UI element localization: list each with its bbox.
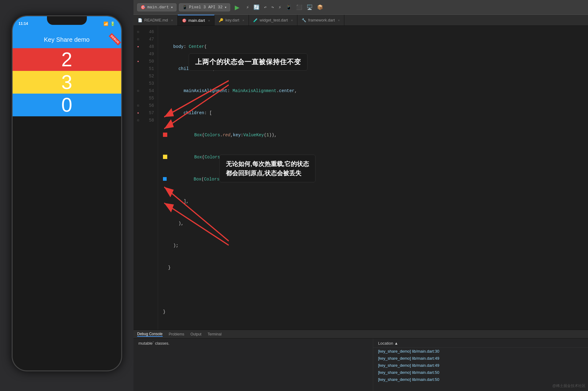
phone-content: 2 3 0 <box>13 48 121 116</box>
screen-icon[interactable]: 🖥️ <box>307 4 313 10</box>
main-dart-tab-close[interactable]: × <box>208 19 210 22</box>
editor-gutter: ⊡ ⊡ ● ● ⊡ ⊡ ● ⊡ <box>133 26 143 330</box>
location-row-2: [key_share_demo] lib/main.dart:49 <box>373 362 588 369</box>
framework-tab-icon: 🔧 <box>302 18 306 22</box>
bottom-tab-terminal[interactable]: Terminal <box>207 332 221 336</box>
dart-file-icon: 🎯 <box>141 5 145 10</box>
code-line-56: } <box>163 264 588 271</box>
location-row-0: [key_share_demo] lib/main.dart:30 <box>373 348 588 355</box>
hot-reload-icon[interactable]: ⚡ <box>246 4 249 10</box>
box-yellow: 3 <box>13 71 121 94</box>
phone-frame: 11:14 📶 🔋 Key Share demo 2 3 0 DEBUG <box>12 15 122 371</box>
tab-readme[interactable]: 📄 README.md × <box>133 15 178 25</box>
code-line-50: Box(Colors.red,key:ValueKey(1)), <box>163 131 588 139</box>
code-line-57 <box>163 286 588 293</box>
readme-tab-close[interactable]: × <box>171 18 173 22</box>
bottom-tab-debug[interactable]: Debug Console <box>137 332 163 337</box>
key-dart-tab-close[interactable]: × <box>242 18 244 22</box>
phone-notch <box>47 16 87 25</box>
toolbar-left: 🎯 main.dart ▾ 📱 Pixel 3 API 32 ▾ ▶ ⚡ 🔄 ↶… <box>137 3 323 12</box>
location-row-4: [key_share_demo] lib/main.dart:50 <box>373 376 588 383</box>
line-numbers: 46 47 48 49 50 51 52 53 54 55 56 57 58 <box>143 26 158 330</box>
code-line-54: ), <box>163 220 588 227</box>
box-blue: 0 <box>13 94 121 116</box>
app-title: Key Share demo <box>44 36 90 43</box>
phone-status-icons: 📶 🔋 <box>103 21 115 26</box>
code-line-53: ], <box>163 198 588 205</box>
tab-main-dart[interactable]: 🎯 main.dart × <box>178 15 215 25</box>
location-row-1: [key_share_demo] lib/main.dart:49 <box>373 355 588 362</box>
code-line-46: body: Center( <box>163 43 588 50</box>
dropdown-icon: ▾ <box>171 5 173 10</box>
location-header: Location ▲ <box>373 341 588 348</box>
watermark: @稀土掘金技术社区 <box>552 383 586 389</box>
readme-tab-icon: 📄 <box>138 18 142 22</box>
main-dart-tab-icon: 🎯 <box>182 18 187 23</box>
tab-widget-test[interactable]: 🧪 widget_test.dart × <box>249 15 297 25</box>
stop-icon[interactable]: ⬛ <box>296 4 302 10</box>
code-editor-area: ⊡ ⊡ ● ● ⊡ ⊡ ● ⊡ 46 47 48 49 50 <box>133 26 588 330</box>
editor-tabs: 📄 README.md × 🎯 main.dart × 🔑 key.dart ×… <box>133 15 588 26</box>
undo-icon[interactable]: ↶ <box>264 4 267 10</box>
device-dropdown-icon: ▾ <box>224 5 227 10</box>
device-icon: 📱 <box>182 5 187 10</box>
bottom-content: mutable` classes. Location ▲ [key_share_… <box>133 339 588 391</box>
code-line-58: } <box>163 308 588 316</box>
redo-icon[interactable]: ↷ <box>271 4 274 10</box>
device-selector[interactable]: 📱 Pixel 3 API 32 ▾ <box>179 3 230 11</box>
tab-key-dart[interactable]: 🔑 key.dart × <box>215 15 249 25</box>
phone-time: 11:14 <box>19 21 28 26</box>
bottom-tab-problems[interactable]: Problems <box>169 332 184 336</box>
key-dart-tab-icon: 🔑 <box>219 18 223 22</box>
bottom-panel-header: Debug Console Problems Output Terminal <box>133 330 588 339</box>
phone-icon[interactable]: 📱 <box>286 4 292 10</box>
bottom-left-text: mutable` classes. <box>133 339 373 391</box>
wifi-icon: 📶 <box>103 21 108 26</box>
bottom-panel: Debug Console Problems Output Terminal m… <box>133 330 588 391</box>
framework-tab-close[interactable]: × <box>338 18 340 22</box>
run-button[interactable]: ▶ <box>233 3 241 12</box>
phone-simulator-panel: 11:14 📶 🔋 Key Share demo 2 3 0 DEBUG <box>0 0 133 391</box>
flash-icon[interactable]: ⚡ <box>278 4 281 10</box>
battery-icon: 🔋 <box>110 21 115 26</box>
code-line-55: ); <box>163 242 588 249</box>
code-editor-panel: 🎯 main.dart ▾ 📱 Pixel 3 API 32 ▾ ▶ ⚡ 🔄 ↶… <box>133 0 588 391</box>
editor-toolbar: 🎯 main.dart ▾ 📱 Pixel 3 API 32 ▾ ▶ ⚡ 🔄 ↶… <box>133 0 588 15</box>
file-selector[interactable]: 🎯 main.dart ▾ <box>137 3 176 11</box>
code-line-48: mainAxisAlignment: MainAxisAlignment.cen… <box>163 87 588 95</box>
toolbar-icons: ⚡ 🔄 ↶ ↷ ⚡ 📱 ⬛ 🖥️ 📦 <box>246 4 323 10</box>
phone-app-bar: Key Share demo <box>13 31 121 48</box>
widget-test-tab-close[interactable]: × <box>291 18 293 22</box>
cube-icon[interactable]: 📦 <box>317 4 323 10</box>
hot-restart-icon[interactable]: 🔄 <box>253 4 260 10</box>
annotation-bottom: 无论如何,每次热重载,它的状态 都会回到原点,状态会被丢失 <box>219 155 315 182</box>
location-row-3: [key_share_demo] lib/main.dart:50 <box>373 369 588 376</box>
annotation-top: 上两个的状态会一直被保持住不变 <box>189 53 308 71</box>
code-line-49: children: [ <box>163 109 588 117</box>
box-red: 2 <box>13 48 121 71</box>
widget-test-tab-icon: 🧪 <box>253 18 258 22</box>
bottom-tab-output[interactable]: Output <box>190 332 201 336</box>
tab-framework[interactable]: 🔧 framework.dart × <box>297 15 344 25</box>
